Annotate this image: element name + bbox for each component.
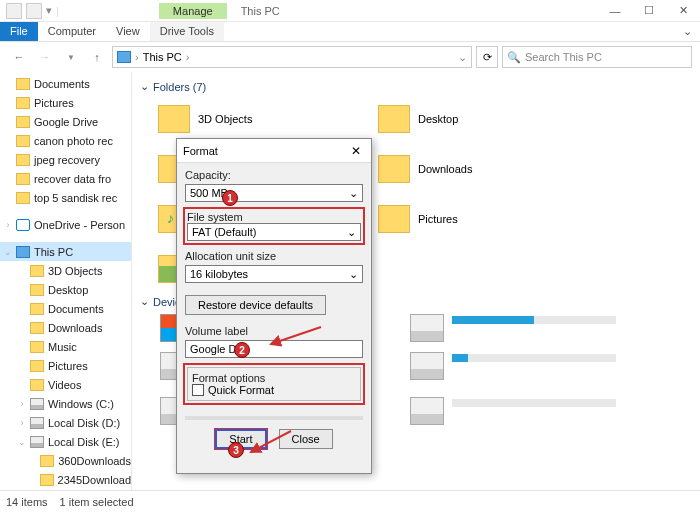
capacity-dropdown[interactable]: 500 MB⌄: [185, 184, 363, 202]
tree-documents-pc[interactable]: Documents: [0, 299, 131, 318]
group-folders-header[interactable]: ⌄Folders (7): [140, 76, 692, 97]
allocation-dropdown[interactable]: 16 kilobytes⌄: [185, 265, 363, 283]
tree-onedrive[interactable]: ›OneDrive - Person: [0, 215, 131, 234]
address-dropdown-icon[interactable]: ⌄: [458, 51, 467, 64]
recent-dropdown[interactable]: ▼: [60, 46, 82, 68]
dialog-close-button[interactable]: ✕: [347, 142, 365, 160]
quick-format-checkbox[interactable]: Quick Format: [192, 384, 356, 396]
drive-icon: [30, 398, 44, 410]
folder-icon: [30, 303, 44, 315]
ribbon-toggle-icon[interactable]: ⌄: [675, 22, 700, 41]
tree-documents[interactable]: Documents: [0, 74, 131, 93]
dialog-title: Format: [183, 145, 218, 157]
folder-icon: [30, 322, 44, 334]
qat-item[interactable]: [26, 3, 42, 19]
status-item-count: 14 items: [6, 496, 48, 508]
format-options-label: Format options: [192, 372, 356, 384]
folder-icon: [16, 97, 30, 109]
tree-drive-c[interactable]: ›Windows (C:): [0, 394, 131, 413]
folder-pictures[interactable]: Pictures: [378, 197, 558, 241]
contextual-tabs: Manage This PC: [159, 0, 294, 22]
format-progress: [185, 416, 363, 420]
tree-3d-objects[interactable]: 3D Objects: [0, 261, 131, 280]
annotation-badge-2: 2: [234, 342, 250, 358]
maximize-button[interactable]: ☐: [632, 0, 666, 22]
folder-icon: [16, 192, 30, 204]
address-bar-row: ← → ▼ ↑ › This PC › ⌄ ⟳ 🔍 Search This PC: [0, 42, 700, 72]
tree-videos[interactable]: Videos: [0, 375, 131, 394]
tree-music[interactable]: Music: [0, 337, 131, 356]
close-button[interactable]: ✕: [666, 0, 700, 22]
annotation-badge-3: 3: [228, 442, 244, 458]
tree-downloads[interactable]: Downloads: [0, 318, 131, 337]
pc-icon: [117, 51, 131, 63]
tree-360downloads[interactable]: 360Downloads: [0, 451, 131, 470]
close-dialog-button[interactable]: Close: [279, 429, 333, 449]
folder-icon: [40, 474, 54, 486]
folder-icon: [30, 284, 44, 296]
manage-tab-header: Manage: [159, 3, 227, 19]
up-button[interactable]: ↑: [86, 46, 108, 68]
drive-icon: [410, 314, 444, 342]
chevron-down-icon: ⌄: [140, 80, 149, 93]
folder-desktop[interactable]: Desktop: [378, 97, 558, 141]
tab-file[interactable]: File: [0, 22, 38, 41]
navigation-tree[interactable]: Documents Pictures Google Drive canon ph…: [0, 72, 132, 490]
chevron-right-icon[interactable]: ›: [186, 51, 190, 63]
dialog-titlebar[interactable]: Format ✕: [177, 139, 371, 163]
filesystem-label: File system: [187, 211, 361, 223]
search-placeholder: Search This PC: [525, 51, 602, 63]
annotation-badge-1: 1: [222, 190, 238, 206]
drive-icon: [30, 417, 44, 429]
drive-item[interactable]: [408, 350, 618, 389]
address-bar[interactable]: › This PC › ⌄: [112, 46, 472, 68]
tab-drive-tools[interactable]: Drive Tools: [150, 22, 224, 41]
checkbox-icon: [192, 384, 204, 396]
minimize-button[interactable]: —: [598, 0, 632, 22]
tree-pictures[interactable]: Pictures: [0, 93, 131, 112]
volume-label-input[interactable]: Google Driv: [185, 340, 363, 358]
refresh-button[interactable]: ⟳: [476, 46, 498, 68]
filesystem-dropdown[interactable]: FAT (Default)⌄: [187, 223, 361, 241]
restore-defaults-button[interactable]: Restore device defaults: [185, 295, 326, 315]
folder-3d-objects[interactable]: 3D Objects: [158, 97, 338, 141]
drive-item[interactable]: [408, 312, 618, 344]
folder-icon: [378, 155, 410, 183]
tree-sandisk[interactable]: top 5 sandisk rec: [0, 188, 131, 207]
tree-canon[interactable]: canon photo rec: [0, 131, 131, 150]
chevron-down-icon: ⌄: [140, 295, 149, 308]
capacity-bar: [452, 399, 616, 407]
breadcrumb-this-pc[interactable]: This PC: [143, 51, 182, 63]
tree-drive-d[interactable]: ›Local Disk (D:): [0, 413, 131, 432]
qat-dropdown-icon[interactable]: ▾: [46, 4, 52, 17]
window-titlebar: ▾ | Manage This PC — ☐ ✕: [0, 0, 700, 22]
explorer-icon: [6, 3, 22, 19]
drive-icon: [30, 436, 44, 448]
back-button[interactable]: ←: [8, 46, 30, 68]
tree-pictures-pc[interactable]: Pictures: [0, 356, 131, 375]
folder-downloads[interactable]: Downloads: [378, 147, 558, 191]
drive-icon: [410, 397, 444, 425]
drive-item[interactable]: [408, 395, 618, 434]
search-input[interactable]: 🔍 Search This PC: [502, 46, 692, 68]
tree-google-drive[interactable]: Google Drive: [0, 112, 131, 131]
status-selected: 1 item selected: [60, 496, 134, 508]
folder-icon: [378, 105, 410, 133]
pc-icon: [16, 246, 30, 258]
forward-button[interactable]: →: [34, 46, 56, 68]
tree-jpeg[interactable]: jpeg recovery: [0, 150, 131, 169]
capacity-bar: [452, 316, 616, 324]
tab-view[interactable]: View: [106, 22, 150, 41]
folder-icon: [30, 265, 44, 277]
chevron-down-icon: ⌄: [349, 187, 358, 200]
tree-drive-e[interactable]: ⌄Local Disk (E:): [0, 432, 131, 451]
tab-computer[interactable]: Computer: [38, 22, 106, 41]
tree-desktop[interactable]: Desktop: [0, 280, 131, 299]
window-title: This PC: [227, 3, 294, 19]
folder-icon: [30, 379, 44, 391]
folder-icon: [16, 116, 30, 128]
tree-2345download[interactable]: 2345Download: [0, 470, 131, 489]
chevron-right-icon[interactable]: ›: [135, 51, 139, 63]
tree-recover[interactable]: recover data fro: [0, 169, 131, 188]
tree-this-pc[interactable]: ⌄This PC: [0, 242, 131, 261]
